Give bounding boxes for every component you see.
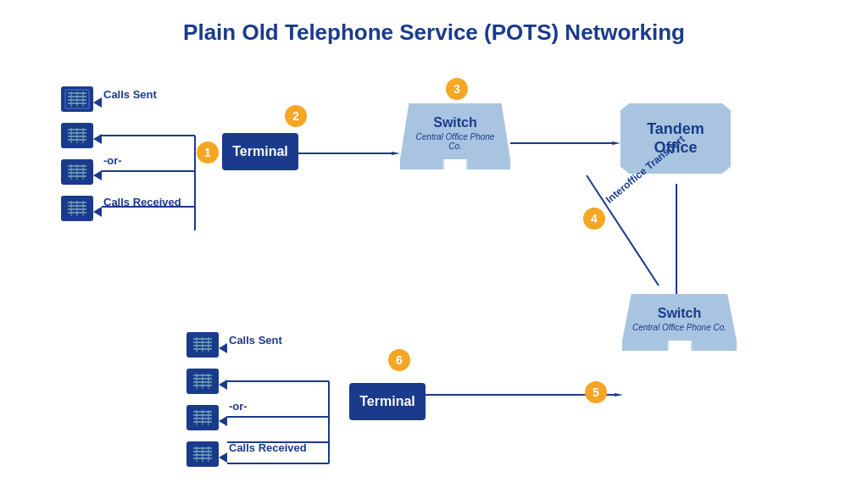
switch-top: Switch Central Office Phone Co. [400, 103, 510, 169]
badge-6: 6 [388, 349, 410, 371]
diagram-container: Plain Old Telephone Service (POTS) Netwo… [19, 11, 849, 477]
phone-icon-2a [186, 332, 219, 361]
phone-icon-2b [186, 369, 219, 397]
phone-icon-2c [186, 405, 219, 434]
phone-icon-1a [61, 86, 93, 115]
line-tandem-to-switch2 [675, 184, 678, 294]
phone-icon-1c [61, 159, 93, 188]
switch-top-sub: Central Office Phone Co. [409, 132, 502, 151]
switch-bottom: Switch Central Office Phone Co. [622, 294, 737, 351]
lines-top-phones [93, 86, 212, 230]
diagram-area: Calls Sent -or- Calls Received [36, 53, 832, 459]
phone-icon-2d [186, 441, 219, 470]
svg-marker-43 [392, 152, 400, 155]
badge-5: 5 [585, 381, 607, 403]
switch-bottom-label: Switch [631, 306, 728, 321]
terminal-bottom: Terminal [349, 383, 426, 420]
badge-2: 2 [285, 105, 307, 127]
line-terminal-to-switch-top [298, 152, 400, 155]
page-title: Plain Old Telephone Service (POTS) Netwo… [36, 19, 832, 46]
phone-icon-1d [61, 196, 93, 225]
badge-3: 3 [446, 78, 468, 100]
phone-icon-1b [61, 123, 93, 152]
terminal-top: Terminal [222, 133, 298, 170]
badge-1: 1 [197, 141, 219, 164]
svg-marker-45 [612, 141, 620, 145]
line-switch-to-tandem [510, 141, 620, 145]
svg-marker-49 [615, 393, 623, 396]
switch-bottom-sub: Central Office Phone Co. [631, 323, 728, 332]
switch-top-label: Switch [409, 115, 502, 130]
lines-bottom-phones [219, 332, 354, 472]
